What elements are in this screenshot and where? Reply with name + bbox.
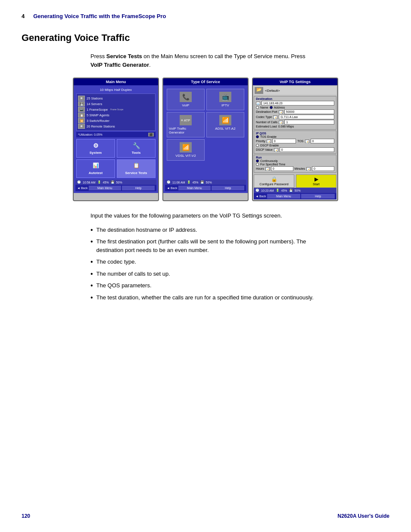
- bullet-item-5: • The QOS parameters.: [90, 281, 314, 290]
- dest-port-icon: 📝: [279, 110, 283, 114]
- main-menu-btn-2[interactable]: Main Menu: [178, 186, 211, 190]
- servers-label: 14 Servers: [87, 102, 102, 106]
- minutes-label: Minutes: [295, 167, 305, 170]
- iptv-item[interactable]: 📺 IPTV: [206, 89, 244, 110]
- adsl-item[interactable]: 📶 ADSL VIT-A2: [206, 112, 244, 137]
- destination-title: Destination: [256, 97, 334, 100]
- system-button[interactable]: ⚙ System: [76, 139, 115, 158]
- remote-label: 20 Remote Stations: [87, 124, 115, 128]
- configure-label: Configure Password: [259, 182, 289, 186]
- bullet-item-6: • The test duration, whether the calls a…: [90, 293, 314, 302]
- utilization-text: *Utilization: 0.05%: [78, 133, 103, 136]
- bottom-buttons-row: ⚙ System 🔧 Tools: [76, 139, 156, 158]
- bullet-dot-5: •: [90, 281, 93, 289]
- battery-1: 45%: [103, 181, 109, 184]
- bullet-item-3: • The codec type.: [90, 258, 314, 266]
- run-section: Run Continuously For Specified Time Hour…: [254, 155, 336, 173]
- switch-item: 🔀 3 Switch/Router: [78, 118, 154, 123]
- system-icon: ⚙: [90, 142, 101, 150]
- snmp-label: 5 SNMP Agents: [87, 113, 109, 117]
- system-label: System: [90, 151, 102, 155]
- storage-icon-2: 💾: [200, 180, 204, 184]
- start-icon: ▶: [298, 176, 335, 182]
- back-label-2: Back: [171, 187, 177, 190]
- codec-input[interactable]: G.711 A Law: [279, 115, 334, 119]
- body-paragraph: Input the values for the following param…: [90, 212, 314, 221]
- num-calls-input[interactable]: 1: [284, 120, 334, 124]
- battery-2: 45%: [193, 181, 199, 184]
- back-btn-1[interactable]: ◄ Back: [77, 187, 88, 190]
- autotest-icon: 📊: [90, 162, 101, 170]
- help-btn-1[interactable]: Help: [122, 186, 155, 190]
- help-btn-2[interactable]: Help: [212, 186, 244, 190]
- addr-icon: 📧: [256, 102, 260, 105]
- storage-1: 50%: [116, 181, 122, 184]
- configure-password-button[interactable]: 🔒 Configure Password: [254, 174, 294, 188]
- main-menu-title: Main Menu: [74, 78, 158, 85]
- back-btn-2[interactable]: ◄ Back: [167, 187, 177, 190]
- start-button[interactable]: ▶ Start: [296, 174, 336, 188]
- start-label: Start: [313, 182, 320, 186]
- footer-page-number: 120: [22, 513, 30, 519]
- for-time-row: For Specified Time: [256, 163, 334, 166]
- continuously-row: Continuously: [256, 159, 334, 162]
- help-btn-3[interactable]: Help: [301, 194, 335, 199]
- hours-input[interactable]: 0: [271, 166, 293, 171]
- priority-icon: 📝: [267, 140, 271, 143]
- tools-button[interactable]: 🔧 Tools: [117, 139, 156, 158]
- destination-section: Destination 📧 141.183.48.23 Name Address…: [254, 96, 336, 130]
- vdsl-item[interactable]: 📶 VDSL VIT-V2: [167, 139, 205, 161]
- address-radio[interactable]: [270, 106, 273, 109]
- intro-bold1: Service Tests: [106, 53, 142, 59]
- vdsl-label: VDSL VIT-V2: [175, 154, 196, 158]
- service-tests-button[interactable]: 📋 Service Tests: [117, 159, 156, 178]
- status-bar-2: 🕐 11:06 AM 🔋 45% 💾 50%: [165, 180, 246, 185]
- minutes-icon: 📝: [306, 167, 311, 171]
- suite-icon: 📂: [255, 87, 263, 94]
- voip-header: 📂 <Default>: [254, 86, 336, 95]
- voip-settings-content: 📂 <Default> Destination 📧 141.183.48.23 …: [253, 85, 337, 200]
- main-menu-btn-1[interactable]: Main Menu: [89, 186, 121, 190]
- back-arrow-3: ◄: [255, 195, 258, 198]
- bullet-text-2: The first destination port (further call…: [97, 237, 314, 254]
- minutes-input[interactable]: 0: [312, 166, 334, 171]
- status-bar-1: 🕐 10:58 AM 🔋 45% 💾 50%: [75, 180, 156, 185]
- time-1: 10:58 AM: [83, 181, 96, 184]
- suite-label: <Default>: [265, 89, 280, 93]
- back-btn-3[interactable]: ◄ Back: [255, 195, 266, 198]
- continuously-label: Continuously: [260, 159, 277, 162]
- voip-item[interactable]: 📞 VoIP: [167, 89, 205, 110]
- type-of-service-screen: Type Of Service 📞 VoIP 📺 IPTV ≡ ATP VoIP…: [162, 78, 249, 201]
- codec-row: Codec Type 📝 G.711 A Law: [256, 115, 334, 119]
- intro-text-period: .: [149, 62, 151, 68]
- battery-icon-1: 🔋: [97, 180, 101, 184]
- for-time-radio[interactable]: [256, 163, 259, 166]
- continuously-radio[interactable]: [256, 159, 259, 162]
- run-title: Run: [256, 156, 334, 159]
- storage-icon-1: 💾: [111, 180, 115, 184]
- page-header: 4 Generating Voice Traffic with the Fram…: [22, 13, 389, 19]
- tos-radio[interactable]: [256, 135, 259, 138]
- header-page-number: 4: [22, 13, 25, 19]
- dscp-val-icon: 📝: [274, 148, 278, 152]
- servers-icon: 💾: [78, 101, 85, 106]
- voip-tg-item[interactable]: ≡ ATP VoIP Traffic Generator: [167, 112, 205, 137]
- priority-input[interactable]: 0: [272, 139, 296, 143]
- time-icon-2: 🕐: [167, 180, 171, 184]
- dscp-value-input[interactable]: 0: [280, 147, 334, 152]
- dscp-value-row: DSCP Value 📝 0: [256, 147, 334, 152]
- name-radio[interactable]: [256, 106, 259, 109]
- bullet-text-6: The test duration, whether the calls are…: [97, 293, 314, 302]
- dest-port-input[interactable]: 50000: [284, 109, 334, 114]
- dscp-radio[interactable]: [256, 144, 259, 147]
- tos-label: TOS: [297, 140, 303, 143]
- framescope-icon: 📷: [78, 107, 85, 112]
- ip-input[interactable]: 141.183.48.23: [262, 101, 334, 106]
- autotest-button[interactable]: 📊 Autotest: [76, 159, 115, 178]
- tos-input[interactable]: 0: [311, 139, 334, 143]
- time-2: 11:06 AM: [172, 181, 185, 184]
- est-load-label: Estimated Load: [256, 125, 277, 128]
- main-menu-btn-3[interactable]: Main Menu: [267, 194, 301, 199]
- stations-item: 🖥 25 Stations: [78, 96, 154, 101]
- voip-action-buttons: 🔒 Configure Password ▶ Start: [254, 174, 336, 188]
